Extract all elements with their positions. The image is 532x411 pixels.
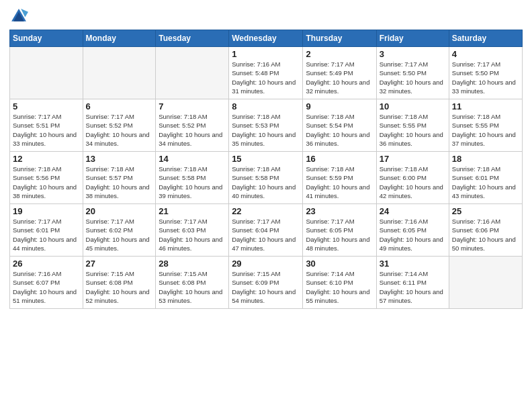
day-info: Sunrise: 7:17 AMSunset: 5:49 PMDaylight:…: [306, 60, 373, 95]
calendar-cell: 8Sunrise: 7:18 AMSunset: 5:53 PMDaylight…: [229, 99, 303, 152]
day-info: Sunrise: 7:15 AMSunset: 6:08 PMDaylight:…: [86, 269, 153, 305]
calendar-cell: [83, 47, 156, 99]
day-info: Sunrise: 7:18 AMSunset: 6:00 PMDaylight:…: [380, 165, 446, 200]
day-info: Sunrise: 7:18 AMSunset: 5:59 PMDaylight:…: [306, 165, 373, 200]
day-number: 20: [86, 206, 153, 216]
logo-icon: [9, 7, 28, 26]
calendar-cell: 18Sunrise: 7:18 AMSunset: 6:01 PMDayligh…: [449, 152, 522, 204]
day-info: Sunrise: 7:15 AMSunset: 6:09 PMDaylight:…: [232, 269, 300, 305]
day-number: 3: [380, 49, 446, 59]
col-header-saturday: Saturday: [449, 30, 522, 47]
week-row-3: 12Sunrise: 7:18 AMSunset: 5:56 PMDayligh…: [10, 152, 523, 204]
calendar-cell: 25Sunrise: 7:16 AMSunset: 6:06 PMDayligh…: [449, 204, 522, 257]
calendar-cell: 5Sunrise: 7:17 AMSunset: 5:51 PMDaylight…: [10, 99, 83, 152]
day-number: 8: [232, 101, 300, 111]
calendar-cell: 21Sunrise: 7:17 AMSunset: 6:03 PMDayligh…: [156, 204, 229, 257]
calendar-cell: 9Sunrise: 7:18 AMSunset: 5:54 PMDaylight…: [303, 99, 376, 152]
calendar-cell: 29Sunrise: 7:15 AMSunset: 6:09 PMDayligh…: [229, 257, 303, 309]
week-row-1: 1Sunrise: 7:16 AMSunset: 5:48 PMDaylight…: [10, 47, 523, 99]
calendar-cell: 16Sunrise: 7:18 AMSunset: 5:59 PMDayligh…: [303, 152, 376, 204]
calendar-table: SundayMondayTuesdayWednesdayThursdayFrid…: [9, 30, 523, 309]
day-number: 24: [380, 206, 446, 216]
calendar-cell: 23Sunrise: 7:17 AMSunset: 6:05 PMDayligh…: [303, 204, 376, 257]
calendar-cell: 13Sunrise: 7:18 AMSunset: 5:57 PMDayligh…: [83, 152, 156, 204]
calendar-cell: 24Sunrise: 7:16 AMSunset: 6:05 PMDayligh…: [376, 204, 449, 257]
day-info: Sunrise: 7:18 AMSunset: 5:58 PMDaylight:…: [159, 165, 226, 200]
day-info: Sunrise: 7:18 AMSunset: 5:52 PMDaylight:…: [159, 112, 226, 148]
col-header-thursday: Thursday: [303, 30, 376, 47]
calendar-cell: 19Sunrise: 7:17 AMSunset: 6:01 PMDayligh…: [10, 204, 83, 257]
page-container: SundayMondayTuesdayWednesdayThursdayFrid…: [0, 0, 532, 314]
col-header-wednesday: Wednesday: [229, 30, 303, 47]
day-info: Sunrise: 7:15 AMSunset: 6:08 PMDaylight:…: [159, 269, 226, 305]
col-header-friday: Friday: [376, 30, 449, 47]
day-number: 25: [452, 206, 519, 216]
day-number: 27: [86, 259, 153, 269]
day-number: 9: [306, 101, 373, 111]
day-number: 5: [13, 101, 80, 111]
day-number: 10: [380, 101, 446, 111]
col-header-tuesday: Tuesday: [156, 30, 229, 47]
col-header-sunday: Sunday: [10, 30, 83, 47]
day-number: 29: [232, 259, 300, 269]
calendar-cell: 6Sunrise: 7:17 AMSunset: 5:52 PMDaylight…: [83, 99, 156, 152]
calendar-cell: 2Sunrise: 7:17 AMSunset: 5:49 PMDaylight…: [303, 47, 376, 99]
day-number: 18: [452, 154, 519, 164]
calendar-cell: 11Sunrise: 7:18 AMSunset: 5:55 PMDayligh…: [449, 99, 522, 152]
week-row-5: 26Sunrise: 7:16 AMSunset: 6:07 PMDayligh…: [10, 257, 523, 309]
week-row-2: 5Sunrise: 7:17 AMSunset: 5:51 PMDaylight…: [10, 99, 523, 152]
day-info: Sunrise: 7:16 AMSunset: 6:06 PMDaylight:…: [452, 217, 519, 253]
day-info: Sunrise: 7:17 AMSunset: 6:02 PMDaylight:…: [86, 217, 153, 253]
calendar-cell: 4Sunrise: 7:17 AMSunset: 5:50 PMDaylight…: [449, 47, 522, 99]
day-info: Sunrise: 7:18 AMSunset: 5:57 PMDaylight:…: [86, 165, 153, 200]
calendar-cell: 14Sunrise: 7:18 AMSunset: 5:58 PMDayligh…: [156, 152, 229, 204]
day-info: Sunrise: 7:18 AMSunset: 5:56 PMDaylight:…: [13, 165, 80, 200]
calendar-cell: 3Sunrise: 7:17 AMSunset: 5:50 PMDaylight…: [376, 47, 449, 99]
day-number: 1: [232, 49, 300, 59]
day-info: Sunrise: 7:18 AMSunset: 5:58 PMDaylight:…: [232, 165, 300, 200]
calendar-cell: 17Sunrise: 7:18 AMSunset: 6:00 PMDayligh…: [376, 152, 449, 204]
day-number: 2: [306, 49, 373, 59]
calendar-cell: [10, 47, 83, 99]
calendar-cell: 20Sunrise: 7:17 AMSunset: 6:02 PMDayligh…: [83, 204, 156, 257]
day-number: 13: [86, 154, 153, 164]
calendar-cell: 12Sunrise: 7:18 AMSunset: 5:56 PMDayligh…: [10, 152, 83, 204]
day-number: 17: [380, 154, 446, 164]
day-number: 28: [159, 259, 226, 269]
calendar-cell: [156, 47, 229, 99]
calendar-cell: 10Sunrise: 7:18 AMSunset: 5:55 PMDayligh…: [376, 99, 449, 152]
calendar-cell: 7Sunrise: 7:18 AMSunset: 5:52 PMDaylight…: [156, 99, 229, 152]
day-info: Sunrise: 7:17 AMSunset: 5:52 PMDaylight:…: [86, 112, 153, 148]
day-number: 14: [159, 154, 226, 164]
day-number: 6: [86, 101, 153, 111]
day-info: Sunrise: 7:18 AMSunset: 6:01 PMDaylight:…: [452, 165, 519, 200]
col-header-monday: Monday: [83, 30, 156, 47]
calendar-cell: [449, 257, 522, 309]
day-info: Sunrise: 7:16 AMSunset: 6:05 PMDaylight:…: [380, 217, 446, 253]
calendar-header-row: SundayMondayTuesdayWednesdayThursdayFrid…: [10, 30, 523, 47]
day-number: 7: [159, 101, 226, 111]
header: [9, 7, 523, 26]
day-info: Sunrise: 7:17 AMSunset: 6:04 PMDaylight:…: [232, 217, 300, 253]
day-info: Sunrise: 7:18 AMSunset: 5:55 PMDaylight:…: [380, 112, 446, 148]
day-number: 4: [452, 49, 519, 59]
day-info: Sunrise: 7:17 AMSunset: 5:51 PMDaylight:…: [13, 112, 80, 148]
week-row-4: 19Sunrise: 7:17 AMSunset: 6:01 PMDayligh…: [10, 204, 523, 257]
calendar-cell: 28Sunrise: 7:15 AMSunset: 6:08 PMDayligh…: [156, 257, 229, 309]
day-number: 31: [380, 259, 446, 269]
day-info: Sunrise: 7:17 AMSunset: 6:05 PMDaylight:…: [306, 217, 373, 253]
day-number: 19: [13, 206, 80, 216]
day-number: 23: [306, 206, 373, 216]
day-info: Sunrise: 7:17 AMSunset: 5:50 PMDaylight:…: [452, 60, 519, 95]
day-number: 26: [13, 259, 80, 269]
day-number: 11: [452, 101, 519, 111]
calendar-cell: 27Sunrise: 7:15 AMSunset: 6:08 PMDayligh…: [83, 257, 156, 309]
day-info: Sunrise: 7:18 AMSunset: 5:53 PMDaylight:…: [232, 112, 300, 148]
day-info: Sunrise: 7:17 AMSunset: 6:01 PMDaylight:…: [13, 217, 80, 253]
day-info: Sunrise: 7:16 AMSunset: 5:48 PMDaylight:…: [232, 60, 300, 95]
day-info: Sunrise: 7:17 AMSunset: 6:03 PMDaylight:…: [159, 217, 226, 253]
day-number: 15: [232, 154, 300, 164]
day-number: 12: [13, 154, 80, 164]
day-number: 16: [306, 154, 373, 164]
day-info: Sunrise: 7:16 AMSunset: 6:07 PMDaylight:…: [13, 269, 80, 305]
